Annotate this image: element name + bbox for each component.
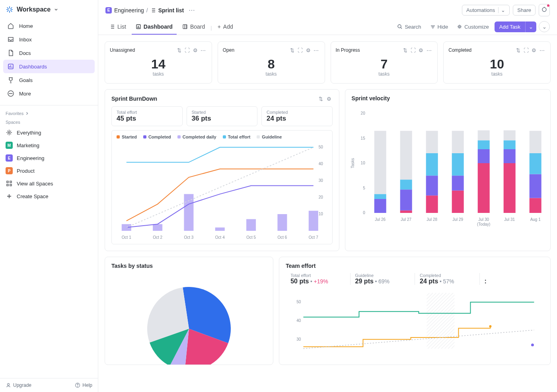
home-icon	[7, 22, 14, 29]
breadcrumb-more-icon[interactable]: ⋯	[189, 6, 195, 14]
svg-text:30: 30	[296, 337, 301, 341]
svg-text:15: 15	[360, 136, 365, 140]
filter-icon[interactable]: ⇅	[176, 47, 183, 54]
sidebar: Workspace Home Inbox Docs Dashboards Goa…	[0, 0, 98, 392]
expand-icon[interactable]: ⛶	[409, 47, 417, 54]
gear-icon[interactable]: ⚙	[192, 47, 199, 54]
hide-button[interactable]: Hide	[427, 21, 452, 32]
gear-icon[interactable]: ⚙	[325, 95, 333, 102]
svg-point-12	[78, 386, 78, 386]
svg-text:5: 5	[363, 186, 365, 190]
help-link[interactable]: Help	[75, 382, 92, 388]
svg-rect-76	[529, 153, 541, 174]
svg-text:Oct 5: Oct 5	[246, 235, 256, 240]
dashboards-icon	[7, 63, 14, 70]
space-product[interactable]: PProduct	[0, 164, 98, 177]
burn-metric-total: Total effort45 pts	[111, 106, 183, 126]
stat-card-completed: Completed⇅⛶⚙⋯ 10tasks	[443, 41, 551, 84]
filter-icon[interactable]: ⇅	[514, 47, 522, 54]
more-icon[interactable]: ⋯	[200, 47, 207, 54]
velocity-chart: 05101520TasksJul 26Jul 27Jul 28Jul 29Jul…	[345, 105, 550, 233]
space-everything[interactable]: Everything	[0, 126, 98, 139]
plus-icon	[6, 193, 13, 200]
team-effort-card: Team effort Total effort50 pts • +19% Gu…	[279, 257, 551, 365]
help-icon	[75, 382, 80, 388]
bell-icon	[541, 6, 547, 13]
nav-dashboards[interactable]: Dashboards	[3, 60, 95, 73]
burndown-card: Sprint BurnDown⇅⚙ Total effort45 pts Sta…	[105, 89, 339, 251]
tab-list[interactable]: List	[105, 20, 130, 35]
svg-rect-59	[452, 176, 464, 191]
svg-text:Jul 26: Jul 26	[375, 217, 386, 222]
more-icon[interactable]: ⋯	[313, 47, 320, 54]
burndown-chart: 1020304050Oct 1Oct 2Oct 3Oct 4Oct 5Oct 6…	[112, 143, 332, 243]
team-stat-guideline: Guideline29 pts • 69%	[350, 273, 415, 285]
tab-add[interactable]: +Add	[214, 20, 237, 35]
svg-rect-69	[503, 163, 515, 213]
svg-rect-8	[7, 184, 8, 186]
share-button[interactable]: Share	[513, 5, 536, 16]
gear-icon[interactable]: ⚙	[305, 47, 312, 54]
stat-card-unassigned: Unassigned⇅⛶⚙⋯ 14tasks	[105, 41, 212, 84]
svg-text:20: 20	[360, 111, 365, 115]
more-icon[interactable]: ⋯	[425, 47, 432, 54]
nav-inbox[interactable]: Inbox	[3, 33, 95, 46]
nav-goals[interactable]: Goals	[3, 73, 95, 87]
filter-icon[interactable]: ⇅	[289, 47, 296, 54]
favorites-header[interactable]: Favorites	[0, 109, 98, 117]
svg-rect-64	[477, 149, 489, 163]
upgrade-link[interactable]: Upgrade	[6, 382, 31, 388]
nav-home[interactable]: Home	[3, 19, 95, 33]
gear-icon[interactable]: ⚙	[530, 47, 538, 54]
svg-rect-58	[452, 191, 464, 213]
customize-button[interactable]: Customize	[454, 21, 492, 32]
tasks-by-status-card: Tasks by status	[105, 257, 273, 365]
search-icon	[397, 24, 403, 29]
svg-rect-70	[503, 149, 515, 163]
space-marketing[interactable]: MMarketing	[0, 139, 98, 152]
expand-icon[interactable]: ⛶	[184, 47, 191, 54]
svg-point-84	[489, 325, 492, 328]
view-tabs: List Dashboard Board | +Add Search Hide …	[98, 19, 557, 35]
search-button[interactable]: Search	[394, 21, 424, 32]
nav-docs[interactable]: Docs	[3, 46, 95, 60]
svg-rect-66	[477, 131, 489, 140]
nav-more[interactable]: More	[3, 87, 95, 100]
svg-point-17	[459, 26, 460, 27]
breadcrumb[interactable]: E Engineering / Sprint list ⋯	[105, 6, 195, 14]
svg-point-16	[398, 25, 401, 28]
space-icon-engineering: E	[6, 154, 13, 162]
svg-text:Oct 3: Oct 3	[184, 235, 194, 240]
workspace-switcher[interactable]: Workspace	[0, 0, 98, 18]
more-button[interactable]: ⌄	[539, 21, 550, 32]
svg-rect-48	[400, 211, 412, 213]
inbox-icon	[7, 36, 14, 43]
goals-icon	[7, 76, 14, 84]
automations-button[interactable]: Automations⌄	[462, 5, 510, 16]
space-engineering[interactable]: EEngineering	[0, 152, 98, 164]
tab-dashboard[interactable]: Dashboard	[132, 20, 177, 35]
svg-text:(Today): (Today)	[477, 222, 490, 226]
list-icon	[109, 24, 115, 29]
filter-icon[interactable]: ⇅	[317, 95, 325, 102]
more-icon[interactable]: ⋯	[538, 47, 545, 54]
svg-rect-75	[529, 174, 541, 198]
expand-icon[interactable]: ⛶	[297, 47, 304, 54]
svg-point-3	[10, 93, 11, 94]
topbar: E Engineering / Sprint list ⋯ Automation…	[98, 0, 557, 19]
add-task-button[interactable]: Add Task⌄	[495, 21, 536, 32]
expand-icon[interactable]: ⛶	[522, 47, 530, 54]
notifications-button[interactable]	[539, 4, 550, 16]
filter-icon[interactable]: ⇅	[401, 47, 409, 54]
more-icon	[7, 90, 14, 97]
board-icon	[182, 24, 188, 29]
gear-icon[interactable]: ⚙	[417, 47, 425, 54]
create-space[interactable]: Create Space	[0, 190, 98, 203]
svg-text:Jul 29: Jul 29	[452, 217, 463, 222]
space-icon-product: P	[6, 167, 13, 174]
team-effort-chart: 304050	[279, 289, 550, 353]
svg-rect-9	[10, 184, 12, 186]
tab-board[interactable]: Board	[178, 20, 209, 35]
view-all-spaces[interactable]: View all Spaces	[0, 177, 98, 190]
chevron-down-icon[interactable]: ⌄	[525, 21, 536, 32]
